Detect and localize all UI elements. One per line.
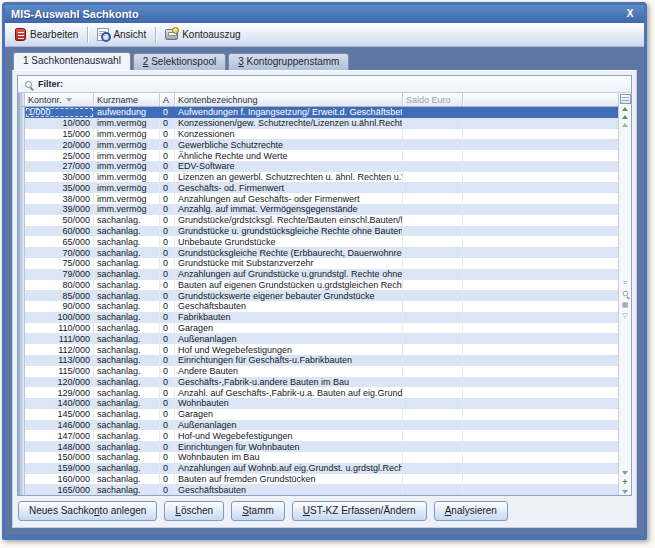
column-header-kurzname[interactable]: Kurzname — [94, 93, 160, 106]
analysieren-button[interactable]: Analysieren — [434, 501, 508, 521]
table-row[interactable]: 111/000sachanlag.0Außenanlagen — [18, 333, 618, 344]
cell-extra — [463, 269, 618, 280]
cell-bezeichnung: Grundstücksgleiche Rechte (Erbbaurecht, … — [175, 247, 403, 258]
stamm-button[interactable]: Stamm — [231, 501, 285, 521]
table-row[interactable]: 25/000imm.vermög0Ähnliche Rechte und Wer… — [18, 150, 618, 161]
page-up-icon[interactable] — [622, 123, 628, 127]
tab-kontogruppenstamm[interactable]: 3 Kontogruppenstamm — [228, 53, 349, 70]
cell-extra — [463, 139, 618, 150]
table-row[interactable]: 15/000imm.vermög0Konzessionen — [18, 129, 618, 140]
table-row[interactable]: 80/000sachanlag.0Bauten auf eigenen Grun… — [18, 280, 618, 291]
cell-kontonr: 112/000 — [25, 344, 94, 355]
cell-a: 0 — [160, 226, 175, 237]
table-row[interactable]: 10/000imm.vermög0Konzessionen/gew. Schut… — [18, 118, 618, 129]
cell-bezeichnung: Grundstücke/grdstcksgl. Rechte/Bauten ei… — [175, 215, 403, 226]
cell-saldo — [403, 452, 463, 463]
cell-kontonr: 111/000 — [25, 333, 94, 344]
column-header-saldo[interactable]: Saldo Euro — [403, 93, 463, 106]
cell-extra — [463, 484, 618, 495]
insert-row-icon[interactable]: + — [622, 479, 627, 486]
cell-bezeichnung: Geschäfts- od. Firmenwert — [175, 182, 403, 193]
cell-extra — [463, 333, 618, 344]
table-row[interactable]: 70/000sachanlag.0Grundstücksgleiche Rech… — [18, 247, 618, 258]
cell-a: 0 — [160, 118, 175, 129]
table-row[interactable]: 150/000sachanlag.0Wohnbauten im Bau — [18, 452, 618, 463]
table-row[interactable]: 113/000sachanlag.0Einrichtungen für Gesc… — [18, 355, 618, 366]
table-row[interactable]: 160/000sachanlag.0Bauten auf fremden Gru… — [18, 474, 618, 485]
title-bar[interactable]: MIS-Auswahl Sachkonto X — [5, 5, 644, 23]
cell-kurzname: sachanlag. — [94, 312, 160, 323]
column-header-extra[interactable] — [463, 93, 618, 106]
table-row[interactable]: 50/000sachanlag.0Grundstücke/grdstcksgl.… — [18, 215, 618, 226]
scroll-up-icon[interactable] — [622, 115, 628, 119]
cell-kontonr: 20/000 — [25, 139, 94, 150]
bearbeiten-button[interactable]: Bearbeiten — [9, 26, 84, 43]
column-header-bezeichnung[interactable]: Kontenbezeichnung — [175, 93, 403, 106]
cell-kurzname: sachanlag. — [94, 441, 160, 452]
kontoauszug-button[interactable]: Kontoauszug — [159, 27, 246, 42]
grid-view-icon[interactable]: ▦ — [622, 301, 629, 308]
table-row[interactable]: 146/000sachanlag.0Außenanlagen — [18, 420, 618, 431]
table-row[interactable]: 60/000sachanlag.0Grundstücke u. grundstü… — [18, 226, 618, 237]
table-row[interactable]: 30/000imm.vermög0Lizenzen an gewerbl. Sc… — [18, 172, 618, 183]
cell-saldo — [403, 301, 463, 312]
table-row[interactable]: 27/000imm.vermög0EDV-Software — [18, 161, 618, 172]
ansicht-button[interactable]: Ansicht — [91, 26, 152, 43]
column-header-a[interactable]: A — [160, 93, 175, 106]
cell-saldo — [403, 182, 463, 193]
neues-sachkonto-anlegen-button[interactable]: Neues Sachkonto anlegen — [18, 501, 157, 521]
cell-kurzname: sachanlag. — [94, 226, 160, 237]
menu-icon[interactable]: ≡ — [623, 279, 627, 286]
table-row[interactable]: 145/000sachanlag.0Garagen — [18, 409, 618, 420]
column-chooser-icon[interactable] — [620, 94, 631, 104]
table-row[interactable]: 159/000sachanlag.0Anzahlungen auf Wohnb.… — [18, 463, 618, 474]
table-row[interactable]: 38/000imm.vermög0Anzahlungen auf Geschäf… — [18, 193, 618, 204]
cell-a: 0 — [160, 387, 175, 398]
cell-kurzname: sachanlag. — [94, 409, 160, 420]
table-row[interactable]: 115/000sachanlag.0Andere Bauten — [18, 366, 618, 377]
cell-saldo — [403, 474, 463, 485]
row-indicator-gutter — [18, 107, 25, 118]
cell-saldo — [403, 193, 463, 204]
cell-a: 0 — [160, 193, 175, 204]
table-row[interactable]: 35/000imm.vermög0Geschäfts- od. Firmenwe… — [18, 182, 618, 193]
cell-a: 0 — [160, 161, 175, 172]
tab-sachkontenauswahl[interactable]: 1 Sachkontenauswahl — [13, 52, 131, 70]
filter-row[interactable]: Filter: — [18, 76, 631, 93]
ust-kz-erfassen-aendern-button[interactable]: UST-KZ Erfassen/Ändern — [292, 501, 427, 521]
table-row[interactable]: 65/000sachanlag.0Unbebaute Grundstücke — [18, 236, 618, 247]
table-row[interactable]: 1/000aufwendung0Aufwendungen f. Ingangse… — [18, 107, 618, 118]
toolbar: Bearbeiten Ansicht Kontoauszug — [5, 23, 644, 47]
table-row[interactable]: 39/000imm.vermög0Anzahlg. auf immat. Ver… — [18, 204, 618, 215]
loeschen-button[interactable]: Löschen — [164, 501, 224, 521]
cell-kontonr: 1/000 — [25, 107, 94, 118]
table-row[interactable]: 90/000sachanlag.0Geschäftsbauten — [18, 301, 618, 312]
table-row[interactable]: 129/000sachanlag.0Anzahl. auf Geschäfts-… — [18, 387, 618, 398]
table-row[interactable]: 120/000sachanlag.0Geschäfts-,Fabrik-u.an… — [18, 377, 618, 388]
column-header-kontonr[interactable]: Kontonr. — [25, 93, 94, 106]
filter-funnel-icon[interactable]: ▽ — [622, 312, 627, 319]
cell-saldo — [403, 139, 463, 150]
tab-selektionspool[interactable]: 2 Selektionspool — [133, 53, 226, 70]
close-icon[interactable]: X — [622, 7, 638, 21]
tab-strip: 1 Sachkontenauswahl2 Selektionspool3 Kon… — [12, 51, 637, 70]
table-row[interactable]: 85/000sachanlag.0Grundstückswerte eigene… — [18, 290, 618, 301]
table-row[interactable]: 75/000sachanlag.0Grundstücke mit Substan… — [18, 258, 618, 269]
table-row[interactable]: 112/000sachanlag.0Hof und Wegebefestigun… — [18, 344, 618, 355]
scroll-down-icon[interactable] — [622, 471, 628, 475]
table-row[interactable]: 100/000sachanlag.0Fabrikbauten — [18, 312, 618, 323]
table-row[interactable]: 110/000sachanlag.0Garagen — [18, 323, 618, 334]
cell-saldo — [403, 484, 463, 495]
search-icon[interactable] — [622, 291, 628, 297]
scroll-top-icon[interactable] — [622, 107, 628, 111]
table-row[interactable]: 140/000sachanlag.0Wohnbauten — [18, 398, 618, 409]
table-row[interactable]: 147/000sachanlag.0Hof-und Wegebefestigun… — [18, 430, 618, 441]
cell-extra — [463, 182, 618, 193]
cell-saldo — [403, 463, 463, 474]
table-row[interactable]: 20/000imm.vermög0Gewerbliche Schutzrecht… — [18, 139, 618, 150]
table-row[interactable]: 79/000sachanlag.0Anzahlungen auf Grundst… — [18, 269, 618, 280]
table-row[interactable]: 148/000sachanlag.0Einrichtungen für Wohn… — [18, 441, 618, 452]
table-row[interactable]: 165/000sachanlag.0Geschäftsbauten — [18, 484, 618, 495]
scroll-bottom-icon[interactable] — [622, 490, 628, 494]
cell-kontonr: 90/000 — [25, 301, 94, 312]
